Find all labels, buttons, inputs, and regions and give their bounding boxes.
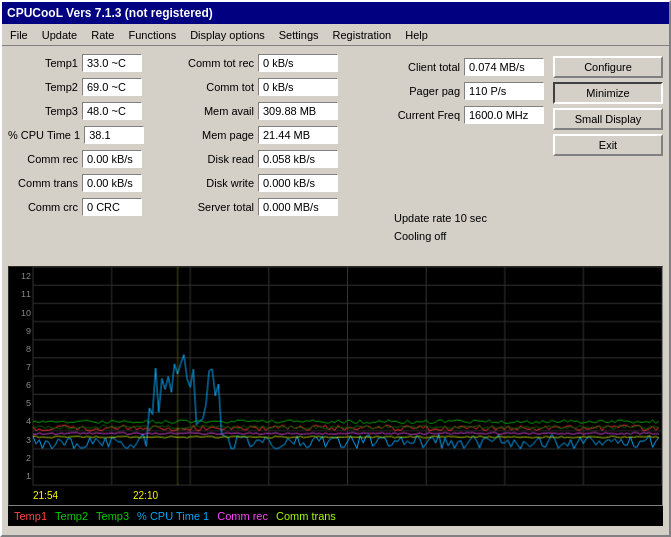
- y-label-2: 2: [9, 453, 33, 463]
- stat-value-disk-read: 0.058 kB/s: [258, 150, 338, 168]
- stat-value-temp1: 33.0 ~C: [82, 54, 142, 72]
- stat-value-comm-tot: 0 kB/s: [258, 78, 338, 96]
- chart-x-labels: 21:54 22:10: [33, 485, 662, 505]
- menu-registration[interactable]: Registration: [327, 27, 398, 43]
- y-label-7: 7: [9, 362, 33, 372]
- stat-temp3: Temp3 48.0 ~C: [8, 100, 178, 122]
- y-label-12: 12: [9, 271, 33, 281]
- stat-current-freq: Current Freq 1600.0 MHz: [390, 104, 549, 126]
- stat-value-comm-rec: 0.00 kB/s: [82, 150, 142, 168]
- menu-display-options[interactable]: Display options: [184, 27, 271, 43]
- stat-value-mem-avail: 309.88 MB: [258, 102, 338, 120]
- stat-cpu-time: % CPU Time 1 38.1: [8, 124, 178, 146]
- title-bar: CPUCooL Vers 7.1.3 (not registered): [2, 2, 669, 24]
- menu-help[interactable]: Help: [399, 27, 434, 43]
- middle-panel: Comm tot rec 0 kB/s Comm tot 0 kB/s Mem …: [184, 52, 384, 260]
- y-label-4: 4: [9, 416, 33, 426]
- y-label-9: 9: [9, 326, 33, 336]
- chart-area: 1 2 3 4 5 6 7 8 9 10 11 12 21:54 22:10: [8, 266, 663, 506]
- stat-value-pager-pag: 110 P/s: [464, 82, 544, 100]
- small-display-button[interactable]: Small Display: [553, 108, 663, 130]
- legend-comm-rec: Comm rec: [217, 510, 268, 522]
- stat-label-comm-tot: Comm tot: [184, 81, 254, 93]
- y-label-1: 1: [9, 471, 33, 481]
- stat-label-mem-avail: Mem avail: [184, 105, 254, 117]
- stat-label-temp2: Temp2: [8, 81, 78, 93]
- menu-functions[interactable]: Functions: [122, 27, 182, 43]
- chart-y-labels: 1 2 3 4 5 6 7 8 9 10 11 12: [9, 267, 33, 485]
- stat-label-comm-tot-rec: Comm tot rec: [184, 57, 254, 69]
- stat-value-cpu-time: 38.1: [84, 126, 144, 144]
- y-label-3: 3: [9, 435, 33, 445]
- y-label-11: 11: [9, 289, 33, 299]
- stat-mem-page: Mem page 21.44 MB: [184, 124, 384, 146]
- legend-cpu-time: % CPU Time 1: [137, 510, 209, 522]
- menu-bar: File Update Rate Functions Display optio…: [2, 24, 669, 46]
- stat-label-cpu-time: % CPU Time 1: [8, 129, 80, 141]
- stat-value-current-freq: 1600.0 MHz: [464, 106, 544, 124]
- legend-bar: Temp1 Temp2 Temp3 % CPU Time 1 Comm rec …: [8, 506, 663, 526]
- exit-button[interactable]: Exit: [553, 134, 663, 156]
- main-window: CPUCooL Vers 7.1.3 (not registered) File…: [0, 0, 671, 537]
- menu-settings[interactable]: Settings: [273, 27, 325, 43]
- stat-comm-crc: Comm crc 0 CRC: [8, 196, 178, 218]
- chart-canvas: [9, 267, 662, 505]
- stat-label-pager-pag: Pager pag: [390, 85, 460, 97]
- x-label-right: 22:10: [133, 490, 158, 501]
- menu-file[interactable]: File: [4, 27, 34, 43]
- menu-update[interactable]: Update: [36, 27, 83, 43]
- menu-rate[interactable]: Rate: [85, 27, 120, 43]
- y-label-8: 8: [9, 344, 33, 354]
- stat-value-temp2: 69.0 ~C: [82, 78, 142, 96]
- configure-button[interactable]: Configure: [553, 56, 663, 78]
- stat-value-server-total: 0.000 MB/s: [258, 198, 338, 216]
- stat-label-current-freq: Current Freq: [390, 109, 460, 121]
- stat-comm-tot: Comm tot 0 kB/s: [184, 76, 384, 98]
- stat-temp1: Temp1 33.0 ~C: [8, 52, 178, 74]
- stat-label-temp1: Temp1: [8, 57, 78, 69]
- stat-value-mem-page: 21.44 MB: [258, 126, 338, 144]
- stat-label-client-total: Client total: [390, 61, 460, 73]
- x-label-left: 21:54: [33, 490, 58, 501]
- right-buttons: Configure Minimize Small Display Exit: [553, 52, 663, 260]
- stat-temp2: Temp2 69.0 ~C: [8, 76, 178, 98]
- y-label-6: 6: [9, 380, 33, 390]
- window-title: CPUCooL Vers 7.1.3 (not registered): [7, 6, 213, 20]
- minimize-button[interactable]: Minimize: [553, 82, 663, 104]
- stat-comm-trans: Comm trans 0.00 kB/s: [8, 172, 178, 194]
- stat-comm-rec: Comm rec 0.00 kB/s: [8, 148, 178, 170]
- left-panel: Temp1 33.0 ~C Temp2 69.0 ~C Temp3 48.0 ~…: [8, 52, 178, 260]
- stat-pager-pag: Pager pag 110 P/s: [390, 80, 549, 102]
- stat-label-mem-page: Mem page: [184, 129, 254, 141]
- stat-label-comm-crc: Comm crc: [8, 201, 78, 213]
- legend-comm-trans: Comm trans: [276, 510, 336, 522]
- content-area: Temp1 33.0 ~C Temp2 69.0 ~C Temp3 48.0 ~…: [2, 46, 669, 266]
- right-section: Client total 0.074 MB/s Pager pag 110 P/…: [390, 52, 663, 260]
- stat-label-temp3: Temp3: [8, 105, 78, 117]
- legend-temp2: Temp2: [55, 510, 88, 522]
- right-info: Client total 0.074 MB/s Pager pag 110 P/…: [390, 52, 549, 260]
- y-label-10: 10: [9, 308, 33, 318]
- stat-label-server-total: Server total: [184, 201, 254, 213]
- stat-value-comm-tot-rec: 0 kB/s: [258, 54, 338, 72]
- stat-value-client-total: 0.074 MB/s: [464, 58, 544, 76]
- stat-label-comm-trans: Comm trans: [8, 177, 78, 189]
- stat-disk-write: Disk write 0.000 kB/s: [184, 172, 384, 194]
- stat-mem-avail: Mem avail 309.88 MB: [184, 100, 384, 122]
- stat-label-comm-rec: Comm rec: [8, 153, 78, 165]
- stat-client-total: Client total 0.074 MB/s: [390, 56, 549, 78]
- stat-label-disk-read: Disk read: [184, 153, 254, 165]
- stat-value-disk-write: 0.000 kB/s: [258, 174, 338, 192]
- stat-value-comm-trans: 0.00 kB/s: [82, 174, 142, 192]
- stat-value-temp3: 48.0 ~C: [82, 102, 142, 120]
- update-rate-text: Update rate 10 sec: [390, 210, 549, 226]
- cooling-text: Cooling off: [390, 228, 549, 244]
- legend-temp3: Temp3: [96, 510, 129, 522]
- stat-server-total: Server total 0.000 MB/s: [184, 196, 384, 218]
- stat-value-comm-crc: 0 CRC: [82, 198, 142, 216]
- stat-comm-tot-rec: Comm tot rec 0 kB/s: [184, 52, 384, 74]
- stat-disk-read: Disk read 0.058 kB/s: [184, 148, 384, 170]
- y-label-5: 5: [9, 398, 33, 408]
- stat-label-disk-write: Disk write: [184, 177, 254, 189]
- legend-temp1: Temp1: [14, 510, 47, 522]
